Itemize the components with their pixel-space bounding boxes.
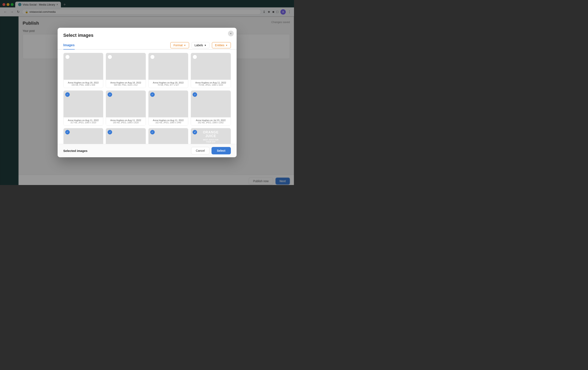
- selected-images-label: Selected images: [63, 149, 88, 152]
- filter-format-label: Format: [173, 44, 182, 47]
- image-info: Anna Hughes on Aug 11, 202279 KB, JPEG, …: [191, 80, 231, 88]
- image-thumbnail: ✓: [63, 91, 103, 117]
- filter-entities-arrow: ▼: [226, 44, 228, 46]
- filter-format-arrow: ▼: [184, 44, 186, 46]
- filter-entities-btn[interactable]: Entities ▼: [212, 42, 231, 48]
- image-info: Anna Hughes on Aug 11, 2022193 KB, JPEG,…: [106, 117, 146, 125]
- filter-entities-label: Entities: [215, 44, 224, 47]
- image-card[interactable]: ✓Anna Hughes on Jul 23, 2022162 KB, JPEG…: [148, 128, 189, 144]
- image-meta: 79 KB, JPEG, 1080 x 1620: [193, 84, 229, 86]
- image-info: Anna Hughes on Jul 23, 2022252 KB, JPEG,…: [191, 117, 231, 125]
- image-author: Anna Hughes on Aug 18, 2022: [108, 81, 144, 84]
- image-meta: 569 KB, PNG, 1620 x 912: [108, 84, 144, 86]
- image-card[interactable]: ✓Anna Hughes on Jul 23, 2022126 KB, JPEG…: [63, 128, 104, 144]
- filter-group: Format ▼ Labels ▼ Entities ▼: [170, 42, 231, 48]
- image-author: Anna Hughes on Aug 11, 2022: [151, 119, 186, 121]
- image-thumbnail: [106, 53, 146, 80]
- image-thumbnail: ✓: [106, 91, 146, 117]
- image-checkbox[interactable]: ✓: [150, 130, 155, 134]
- image-thumbnail: [148, 53, 188, 80]
- image-checkbox[interactable]: ✓: [108, 130, 112, 134]
- image-author: Anna Hughes on Aug 11, 2022: [66, 119, 101, 121]
- image-card[interactable]: ORANGEJUICEBEST JUICE FORYOUR DAY25%OFF✓…: [191, 128, 231, 144]
- image-grid: Anna Hughes on Aug 18, 2022193 KB, PNG, …: [63, 53, 231, 144]
- image-author: Anna Hughes on Jul 23, 2022: [193, 119, 229, 121]
- tab-images[interactable]: Images: [63, 41, 75, 50]
- image-card[interactable]: Anna Hughes on Aug 18, 2022193 KB, PNG, …: [63, 53, 104, 88]
- image-checkbox[interactable]: [108, 55, 112, 59]
- image-card[interactable]: ✓Anna Hughes on Aug 11, 2022193 KB, JPEG…: [106, 90, 146, 126]
- image-thumbnail: ✓: [63, 128, 103, 144]
- modal-body: Anna Hughes on Aug 18, 2022193 KB, PNG, …: [58, 50, 237, 144]
- image-checkbox[interactable]: [150, 55, 155, 59]
- image-author: Anna Hughes on Aug 11, 2022: [108, 119, 144, 121]
- image-card[interactable]: ✓Anna Hughes on Jul 23, 2022252 KB, JPEG…: [191, 90, 231, 126]
- image-meta: 252 KB, JPEG, 1080 x 1562: [193, 121, 229, 124]
- modal-tab-group: Images: [63, 41, 80, 49]
- image-thumbnail: ✓: [106, 128, 146, 144]
- image-checkbox[interactable]: [193, 55, 197, 59]
- image-thumbnail: [191, 53, 231, 80]
- cancel-btn[interactable]: Cancel: [191, 147, 210, 154]
- image-thumbnail: ✓: [148, 128, 188, 144]
- image-author: Anna Hughes on Aug 18, 2022: [151, 81, 186, 84]
- filter-labels-btn[interactable]: Labels ▼: [191, 42, 210, 48]
- filter-labels-label: Labels: [195, 44, 203, 47]
- image-thumbnail: ✓: [191, 91, 231, 117]
- select-images-modal: Select images × Images Format ▼ Labels ▼…: [58, 28, 237, 157]
- image-checkbox[interactable]: ✓: [193, 92, 197, 97]
- image-checkbox[interactable]: ✓: [65, 130, 70, 134]
- image-info: Anna Hughes on Aug 18, 2022193 KB, PNG, …: [63, 80, 103, 88]
- footer-buttons: Cancel Select: [191, 147, 231, 154]
- modal-tabs-bar: Images Format ▼ Labels ▼ Entities ▼: [58, 41, 237, 50]
- image-meta: 193 KB, JPEG, 1080 x 1620: [108, 121, 144, 124]
- image-meta: 70 KB, PNG, 877 x 527: [151, 84, 186, 86]
- image-card[interactable]: Anna Hughes on Aug 18, 2022569 KB, PNG, …: [106, 53, 146, 88]
- image-info: Anna Hughes on Aug 11, 2022317 KB, JPEG,…: [63, 117, 103, 125]
- image-meta: 317 KB, JPEG, 1080 x 1620: [66, 121, 101, 124]
- image-checkbox[interactable]: [65, 55, 70, 59]
- select-btn[interactable]: Select: [211, 147, 231, 154]
- filter-format-btn[interactable]: Format ▼: [170, 42, 189, 48]
- modal-header: Select images ×: [58, 28, 237, 41]
- image-meta: 193 KB, PNG, 1080 x 608: [66, 84, 101, 86]
- modal-close-btn[interactable]: ×: [228, 31, 234, 36]
- filter-labels-arrow: ▼: [204, 44, 206, 46]
- image-checkbox[interactable]: ✓: [150, 92, 155, 97]
- image-author: Anna Hughes on Aug 18, 2022: [66, 81, 101, 84]
- image-card[interactable]: ✓Anna Hughes on Jul 23, 202299 KB, JPEG,…: [106, 128, 146, 144]
- modal-overlay: Select images × Images Format ▼ Labels ▼…: [0, 0, 294, 185]
- image-info: Anna Hughes on Aug 11, 2022162 KB, JPEG,…: [148, 117, 188, 125]
- image-card[interactable]: Anna Hughes on Aug 18, 202270 KB, PNG, 8…: [148, 53, 189, 88]
- image-thumbnail: [63, 53, 103, 80]
- image-thumbnail: ORANGEJUICEBEST JUICE FORYOUR DAY25%OFF✓: [191, 128, 231, 144]
- image-card[interactable]: Anna Hughes on Aug 11, 202279 KB, JPEG, …: [191, 53, 231, 88]
- image-meta: 162 KB, JPEG, 1080 x 1440: [151, 121, 186, 124]
- image-card[interactable]: ✓Anna Hughes on Aug 11, 2022162 KB, JPEG…: [148, 90, 189, 126]
- image-checkbox[interactable]: ✓: [65, 92, 70, 97]
- image-thumbnail: ✓: [148, 91, 188, 117]
- image-card[interactable]: ✓Anna Hughes on Aug 11, 2022317 KB, JPEG…: [63, 90, 104, 126]
- image-author: Anna Hughes on Aug 11, 2022: [193, 81, 229, 84]
- image-info: Anna Hughes on Aug 18, 202270 KB, PNG, 8…: [148, 80, 188, 88]
- modal-title: Select images: [63, 33, 231, 38]
- image-checkbox[interactable]: ✓: [108, 92, 112, 97]
- image-checkbox[interactable]: ✓: [193, 130, 197, 134]
- modal-footer: Selected images Cancel Select: [58, 144, 237, 157]
- image-info: Anna Hughes on Aug 18, 2022569 KB, PNG, …: [106, 80, 146, 88]
